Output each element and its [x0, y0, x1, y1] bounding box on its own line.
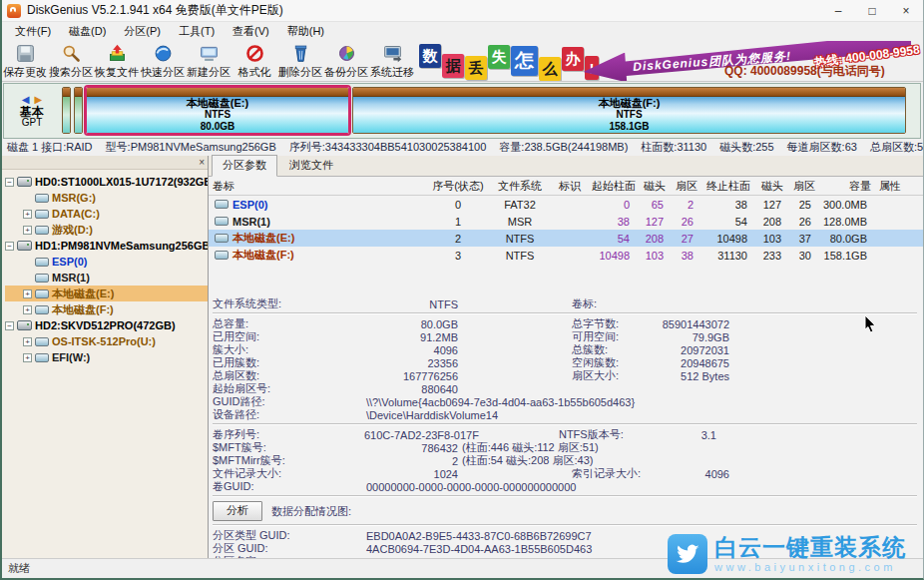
disk-scheme-label: GPT	[22, 118, 43, 128]
recover-files-icon	[107, 43, 128, 64]
mouse-cursor	[864, 314, 878, 336]
partition-icon	[35, 305, 49, 314]
tree-item-local-e[interactable]: +本地磁盘(E:)	[5, 286, 208, 301]
menu-view[interactable]: 查看(V)	[224, 23, 278, 40]
ad-qq: QQ: 4000089958(与电话同号)	[724, 63, 885, 80]
search-partition-button[interactable]: 搜索分区	[48, 41, 94, 81]
partition-icon	[35, 258, 49, 267]
tree-item-msr-g[interactable]: +MSR(G:)	[5, 190, 208, 206]
hard-disk-icon	[17, 177, 32, 187]
partition-detail-panel: 分区参数 浏览文件 卷标 序号(状态) 文件系统 标识 起始柱面 磁头 扇区 终…	[209, 156, 923, 558]
window-title: DiskGenius V5.2.1.941 x64 免费版(单文件PE版)	[27, 2, 283, 19]
partition-icon	[35, 194, 49, 203]
tree-item-esp[interactable]: +ESP(0)	[5, 254, 208, 270]
toolbar: 保存更改 搜索分区 恢复文件 快速分区 新建分区 格式化 删除分区 备份分区	[2, 41, 923, 82]
diskgenius-window: DiskGenius V5.2.1.941 x64 免费版(单文件PE版) – …	[0, 0, 924, 580]
partition-block-f[interactable]: 本地磁盘(F:) NTFS 158.1GB	[352, 87, 906, 134]
partition-icon	[35, 226, 49, 235]
partition-icon	[35, 290, 49, 298]
delete-partition-icon	[290, 43, 311, 64]
save-changes-button[interactable]: 保存更改	[2, 41, 48, 81]
menu-partition[interactable]: 分区(P)	[115, 23, 170, 40]
tree-item-efi[interactable]: +EFI(W:)	[5, 349, 208, 365]
table-row-msr[interactable]: MSR(1) 1 MSR 38 127 26 54 208 26 128.0MB	[209, 213, 923, 230]
backup-partition-button[interactable]: 备份分区	[323, 41, 369, 81]
menu-file[interactable]: 文件(F)	[6, 23, 60, 40]
format-button[interactable]: 格式化	[231, 41, 277, 81]
partition-block-e[interactable]: 本地磁盘(E:) NTFS 80.0GB	[86, 87, 349, 134]
tree-item-os-itsk[interactable]: +OS-ITSK-512Pro(U:)	[5, 333, 208, 349]
recover-files-button[interactable]: 恢复文件	[94, 41, 140, 81]
disk-tree: −HD0:ST1000LX015-1U7172(932GB) +MSR(G:) …	[2, 170, 208, 558]
ad-tile: 办	[562, 47, 584, 71]
prev-disk-arrow-icon[interactable]: ◀	[22, 94, 30, 105]
tree-item-games-d[interactable]: +游戏(D:)	[5, 222, 208, 238]
disk-tree-panel: × −HD0:ST1000LX015-1U7172(932GB) +MSR(G:…	[2, 156, 209, 558]
system-migrate-icon	[382, 43, 403, 64]
close-panel-icon[interactable]: ×	[199, 158, 205, 168]
bird-icon	[668, 534, 707, 574]
partition-icon	[215, 200, 229, 209]
table-row-local-e[interactable]: 本地磁盘(E:) 2 NTFS 54 208 27 10498 103 37 8…	[209, 230, 923, 247]
maximize-button[interactable]: □	[855, 0, 889, 21]
tree-item-hd0[interactable]: −HD0:ST1000LX015-1U7172(932GB)	[5, 174, 208, 190]
ad-banner[interactable]: 数 据 丢 失 怎 么 办 ! DiskGenius团队为您服务! 热线: 40…	[415, 41, 923, 81]
menu-bar: 文件(F) 磁盘(D) 分区(P) 工具(T) 查看(V) 帮助(H)	[2, 22, 923, 41]
disk-nav: ◀ ▶ 基本 GPT	[4, 84, 60, 138]
partition-map: 本地磁盘(E:) NTFS 80.0GB 本地磁盘(F:) NTFS 158.1…	[60, 84, 920, 138]
tree-panel-header: ×	[2, 156, 208, 170]
partition-icon	[35, 210, 49, 219]
backup-partition-icon	[336, 43, 357, 64]
next-disk-arrow-icon[interactable]: ▶	[35, 94, 43, 105]
search-icon	[61, 43, 82, 64]
tree-item-hd1[interactable]: −HD1:PM981NVMeSamsung256GB(238GB)	[5, 238, 208, 254]
disk-bar-panel: ◀ ▶ 基本 GPT 本地磁盘(E:) NTFS 80.0GB 本地磁盘(F:)	[3, 83, 921, 139]
partition-icon	[35, 274, 49, 283]
partition-block-esp[interactable]	[62, 87, 71, 134]
ad-tile: 怎	[511, 46, 538, 76]
ad-tile: 么	[539, 57, 561, 81]
disk-info-line: 磁盘 1 接口:RAID 型号:PM981NVMeSamsung256GB 序列…	[2, 139, 923, 156]
partition-icon	[215, 251, 229, 260]
tree-item-data-c[interactable]: +DATA(C:)	[5, 206, 208, 222]
tab-partition-params[interactable]: 分区参数	[212, 155, 277, 177]
detail-tabs: 分区参数 浏览文件	[209, 156, 923, 177]
ad-tile: 数	[419, 44, 441, 68]
table-row-esp[interactable]: ESP(0) 0 FAT32 0 65 2 38 127 25 300.0MB	[209, 196, 923, 213]
partition-icon	[215, 217, 229, 226]
ad-tile: 失	[488, 45, 510, 69]
ad-tiles: 数 据 丢 失 怎 么 办 !	[419, 42, 600, 81]
menu-tools[interactable]: 工具(T)	[170, 23, 224, 40]
hard-disk-icon	[17, 241, 32, 251]
ad-tile: 据	[442, 54, 464, 78]
delete-partition-button[interactable]: 删除分区	[277, 41, 323, 81]
minimize-button[interactable]: –	[821, 0, 855, 21]
watermark-url: www.baiyunxitong.com	[714, 562, 906, 573]
partition-icon	[35, 337, 49, 346]
partition-block-msr[interactable]	[74, 87, 83, 134]
save-icon	[15, 43, 36, 64]
watermark-title: 白云一键重装系统	[714, 536, 906, 559]
partition-icon	[35, 353, 49, 362]
table-row-local-f[interactable]: 本地磁盘(F:) 3 NTFS 10498 103 38 31130 233 3…	[209, 247, 923, 264]
menu-help[interactable]: 帮助(H)	[278, 23, 333, 40]
volume-details: 文件系统类型:NTFS卷标: 总容量:80.0GB总字节数:8590144307…	[209, 295, 923, 558]
title-bar: DiskGenius V5.2.1.941 x64 免费版(单文件PE版) – …	[2, 0, 923, 22]
allocation-map-label: 数据分配情况图:	[271, 504, 351, 519]
new-partition-button[interactable]: 新建分区	[186, 41, 231, 81]
partition-table-header: 卷标 序号(状态) 文件系统 标识 起始柱面 磁头 扇区 终止柱面 磁头 扇区 …	[209, 177, 923, 196]
analyze-button[interactable]: 分析	[213, 501, 262, 521]
quick-partition-button[interactable]: 快速分区	[140, 41, 186, 81]
hard-disk-icon	[17, 320, 32, 330]
menu-disk[interactable]: 磁盘(D)	[60, 23, 115, 40]
watermark: 白云一键重装系统 www.baiyunxitong.com	[668, 531, 919, 577]
system-migrate-button[interactable]: 系统迁移	[369, 41, 415, 81]
partition-icon	[215, 234, 229, 243]
tree-item-local-f[interactable]: +本地磁盘(F:)	[5, 301, 208, 317]
tree-item-msr-1[interactable]: +MSR(1)	[5, 270, 208, 286]
close-button[interactable]: ×	[889, 0, 923, 21]
status-text: 就绪	[8, 561, 30, 576]
tab-browse-files[interactable]: 浏览文件	[279, 156, 343, 176]
tree-item-hd2[interactable]: −HD2:SKVD512PRO(472GB)	[5, 317, 208, 333]
quick-partition-icon	[153, 43, 174, 64]
